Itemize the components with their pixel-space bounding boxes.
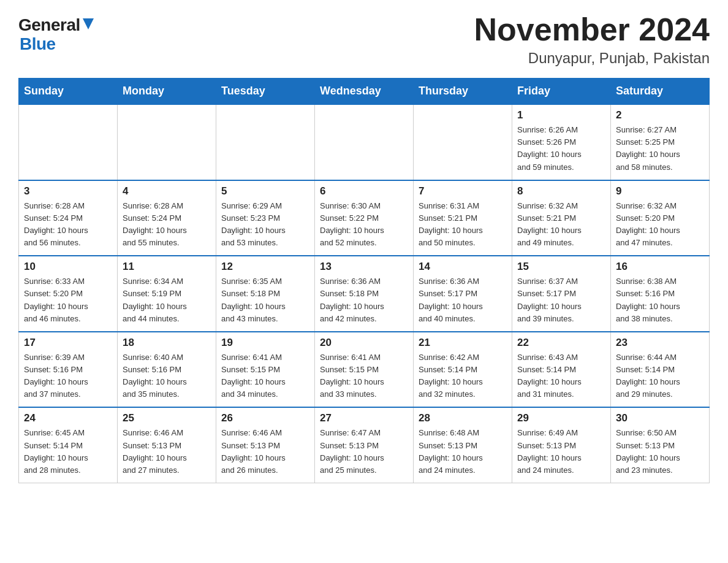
- calendar-cell: 18Sunrise: 6:40 AM Sunset: 5:16 PM Dayli…: [118, 332, 216, 408]
- day-number: 10: [24, 261, 112, 273]
- day-info: Sunrise: 6:33 AM Sunset: 5:20 PM Dayligh…: [24, 275, 112, 325]
- calendar-cell: 9Sunrise: 6:32 AM Sunset: 5:20 PM Daylig…: [611, 180, 710, 256]
- day-number: 28: [419, 412, 507, 424]
- day-number: 9: [616, 185, 704, 197]
- day-number: 2: [616, 109, 704, 121]
- day-number: 20: [320, 337, 408, 349]
- day-info: Sunrise: 6:29 AM Sunset: 5:23 PM Dayligh…: [221, 200, 309, 250]
- logo-general: General: [18, 16, 80, 35]
- week-row-3: 10Sunrise: 6:33 AM Sunset: 5:20 PM Dayli…: [19, 256, 710, 332]
- day-number: 3: [24, 185, 112, 197]
- day-number: 18: [123, 337, 211, 349]
- day-number: 26: [221, 412, 309, 424]
- day-info: Sunrise: 6:47 AM Sunset: 5:13 PM Dayligh…: [320, 427, 408, 477]
- day-info: Sunrise: 6:28 AM Sunset: 5:24 PM Dayligh…: [24, 200, 112, 250]
- calendar-cell: 19Sunrise: 6:41 AM Sunset: 5:15 PM Dayli…: [216, 332, 315, 408]
- calendar-cell: 26Sunrise: 6:46 AM Sunset: 5:13 PM Dayli…: [216, 407, 315, 483]
- calendar-title: November 2024: [474, 12, 710, 47]
- day-info: Sunrise: 6:40 AM Sunset: 5:16 PM Dayligh…: [123, 351, 211, 401]
- day-info: Sunrise: 6:46 AM Sunset: 5:13 PM Dayligh…: [221, 427, 309, 477]
- day-number: 11: [123, 261, 211, 273]
- day-info: Sunrise: 6:32 AM Sunset: 5:20 PM Dayligh…: [616, 200, 704, 250]
- day-info: Sunrise: 6:46 AM Sunset: 5:13 PM Dayligh…: [123, 427, 211, 477]
- calendar-header-row: SundayMondayTuesdayWednesdayThursdayFrid…: [19, 79, 710, 105]
- day-number: 13: [320, 261, 408, 273]
- day-info: Sunrise: 6:38 AM Sunset: 5:16 PM Dayligh…: [616, 275, 704, 325]
- week-row-2: 3Sunrise: 6:28 AM Sunset: 5:24 PM Daylig…: [19, 180, 710, 256]
- day-number: 1: [517, 109, 605, 121]
- day-number: 6: [320, 185, 408, 197]
- day-info: Sunrise: 6:41 AM Sunset: 5:15 PM Dayligh…: [221, 351, 309, 401]
- calendar-cell: 24Sunrise: 6:45 AM Sunset: 5:14 PM Dayli…: [19, 407, 118, 483]
- day-number: 14: [419, 261, 507, 273]
- header-monday: Monday: [118, 79, 216, 105]
- calendar-cell: 23Sunrise: 6:44 AM Sunset: 5:14 PM Dayli…: [611, 332, 710, 408]
- calendar-cell: [216, 104, 315, 180]
- calendar-table: SundayMondayTuesdayWednesdayThursdayFrid…: [18, 78, 710, 483]
- calendar-cell: [414, 104, 512, 180]
- calendar-cell: 29Sunrise: 6:49 AM Sunset: 5:13 PM Dayli…: [512, 407, 611, 483]
- logo-blue: Blue: [20, 35, 56, 54]
- header-wednesday: Wednesday: [315, 79, 414, 105]
- calendar-cell: 17Sunrise: 6:39 AM Sunset: 5:16 PM Dayli…: [19, 332, 118, 408]
- page-header: General Blue November 2024 Dunyapur, Pun…: [18, 12, 710, 67]
- day-info: Sunrise: 6:45 AM Sunset: 5:14 PM Dayligh…: [24, 427, 112, 477]
- day-info: Sunrise: 6:39 AM Sunset: 5:16 PM Dayligh…: [24, 351, 112, 401]
- calendar-cell: 12Sunrise: 6:35 AM Sunset: 5:18 PM Dayli…: [216, 256, 315, 332]
- day-number: 15: [517, 261, 605, 273]
- calendar-cell: 20Sunrise: 6:41 AM Sunset: 5:15 PM Dayli…: [315, 332, 414, 408]
- day-number: 24: [24, 412, 112, 424]
- calendar-cell: 11Sunrise: 6:34 AM Sunset: 5:19 PM Dayli…: [118, 256, 216, 332]
- day-info: Sunrise: 6:48 AM Sunset: 5:13 PM Dayligh…: [419, 427, 507, 477]
- calendar-cell: 13Sunrise: 6:36 AM Sunset: 5:18 PM Dayli…: [315, 256, 414, 332]
- day-info: Sunrise: 6:41 AM Sunset: 5:15 PM Dayligh…: [320, 351, 408, 401]
- day-info: Sunrise: 6:27 AM Sunset: 5:25 PM Dayligh…: [616, 124, 704, 174]
- calendar-cell: [19, 104, 118, 180]
- calendar-cell: 10Sunrise: 6:33 AM Sunset: 5:20 PM Dayli…: [19, 256, 118, 332]
- day-number: 30: [616, 412, 704, 424]
- day-number: 12: [221, 261, 309, 273]
- day-info: Sunrise: 6:34 AM Sunset: 5:19 PM Dayligh…: [123, 275, 211, 325]
- day-info: Sunrise: 6:28 AM Sunset: 5:24 PM Dayligh…: [123, 200, 211, 250]
- day-number: 23: [616, 337, 704, 349]
- day-info: Sunrise: 6:32 AM Sunset: 5:21 PM Dayligh…: [517, 200, 605, 250]
- calendar-cell: 1Sunrise: 6:26 AM Sunset: 5:26 PM Daylig…: [512, 104, 611, 180]
- day-info: Sunrise: 6:50 AM Sunset: 5:13 PM Dayligh…: [616, 427, 704, 477]
- day-number: 19: [221, 337, 309, 349]
- calendar-cell: 25Sunrise: 6:46 AM Sunset: 5:13 PM Dayli…: [118, 407, 216, 483]
- calendar-cell: 28Sunrise: 6:48 AM Sunset: 5:13 PM Dayli…: [414, 407, 512, 483]
- day-number: 29: [517, 412, 605, 424]
- day-number: 5: [221, 185, 309, 197]
- title-area: November 2024 Dunyapur, Punjab, Pakistan: [474, 12, 710, 67]
- day-info: Sunrise: 6:36 AM Sunset: 5:18 PM Dayligh…: [320, 275, 408, 325]
- day-info: Sunrise: 6:42 AM Sunset: 5:14 PM Dayligh…: [419, 351, 507, 401]
- day-info: Sunrise: 6:36 AM Sunset: 5:17 PM Dayligh…: [419, 275, 507, 325]
- day-info: Sunrise: 6:35 AM Sunset: 5:18 PM Dayligh…: [221, 275, 309, 325]
- day-number: 17: [24, 337, 112, 349]
- calendar-cell: 6Sunrise: 6:30 AM Sunset: 5:22 PM Daylig…: [315, 180, 414, 256]
- calendar-cell: 5Sunrise: 6:29 AM Sunset: 5:23 PM Daylig…: [216, 180, 315, 256]
- day-number: 22: [517, 337, 605, 349]
- calendar-cell: [315, 104, 414, 180]
- calendar-cell: 14Sunrise: 6:36 AM Sunset: 5:17 PM Dayli…: [414, 256, 512, 332]
- day-number: 25: [123, 412, 211, 424]
- calendar-cell: 3Sunrise: 6:28 AM Sunset: 5:24 PM Daylig…: [19, 180, 118, 256]
- calendar-cell: 4Sunrise: 6:28 AM Sunset: 5:24 PM Daylig…: [118, 180, 216, 256]
- calendar-cell: [118, 104, 216, 180]
- week-row-5: 24Sunrise: 6:45 AM Sunset: 5:14 PM Dayli…: [19, 407, 710, 483]
- calendar-cell: 15Sunrise: 6:37 AM Sunset: 5:17 PM Dayli…: [512, 256, 611, 332]
- calendar-cell: 8Sunrise: 6:32 AM Sunset: 5:21 PM Daylig…: [512, 180, 611, 256]
- day-number: 27: [320, 412, 408, 424]
- day-info: Sunrise: 6:44 AM Sunset: 5:14 PM Dayligh…: [616, 351, 704, 401]
- day-number: 16: [616, 261, 704, 273]
- day-number: 21: [419, 337, 507, 349]
- day-number: 7: [419, 185, 507, 197]
- logo-triangle-icon: [83, 18, 94, 29]
- week-row-4: 17Sunrise: 6:39 AM Sunset: 5:16 PM Dayli…: [19, 332, 710, 408]
- day-number: 8: [517, 185, 605, 197]
- calendar-cell: 27Sunrise: 6:47 AM Sunset: 5:13 PM Dayli…: [315, 407, 414, 483]
- calendar-cell: 7Sunrise: 6:31 AM Sunset: 5:21 PM Daylig…: [414, 180, 512, 256]
- day-info: Sunrise: 6:31 AM Sunset: 5:21 PM Dayligh…: [419, 200, 507, 250]
- day-info: Sunrise: 6:30 AM Sunset: 5:22 PM Dayligh…: [320, 200, 408, 250]
- header-thursday: Thursday: [414, 79, 512, 105]
